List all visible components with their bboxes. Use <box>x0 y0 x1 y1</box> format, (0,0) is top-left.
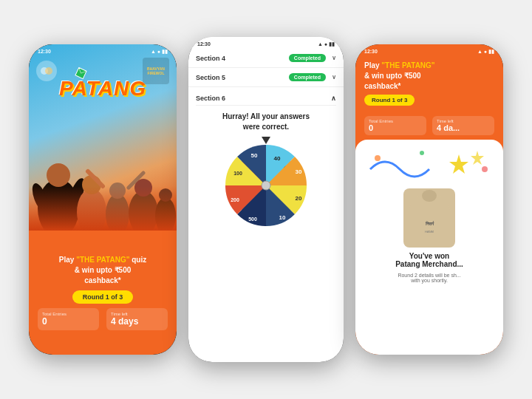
svg-marker-39 <box>407 196 451 244</box>
you-won-title: You've wonPatang Merchand... <box>395 252 463 268</box>
svg-text:20: 20 <box>296 195 302 202</box>
phone1-icons: ▲ ● ▮▮ <box>151 49 168 55</box>
section5-right: Completed ∨ <box>289 73 336 81</box>
section5-label: Section 5 <box>196 74 225 81</box>
phone1-time: 12:30 <box>38 49 51 55</box>
phone3-icons: ▲ ● ▮▮ <box>477 49 494 55</box>
phone2-inner: 12:30 ▲ ● ▮▮ Section 4 Completed ∨ Secti… <box>188 37 344 362</box>
wheel-pointer-icon <box>262 137 270 144</box>
phone3-stat-entries: Total Entries 0 <box>364 116 426 135</box>
svg-text:40: 40 <box>274 155 281 162</box>
stat-time-label: Time left <box>111 312 163 316</box>
phone-3: 12:30 ▲ ● ▮▮ Play "THE PATANG" & win upt… <box>355 44 503 355</box>
stat-total-label: Total Entries <box>42 312 95 316</box>
phone2-time: 12:30 <box>197 41 211 47</box>
spin-wheel-overlay: 40 30 20 10 500 200 100 50 <box>222 141 310 230</box>
phone3-stats: Total Entries 0 Time left 4 da... <box>355 112 503 140</box>
phone3-content: निसर्ग HANM You've wonPatang Merchand...… <box>355 140 503 355</box>
section6-chevron: ∧ <box>331 95 336 102</box>
section5-row[interactable]: Section 5 Completed ∨ <box>188 68 344 87</box>
phone1-stats: Total Entries 0 Time left 4 days <box>38 308 168 330</box>
svg-point-38 <box>482 166 488 172</box>
phone3-time-label: Time left <box>437 119 490 123</box>
section6-area: Section 6 ∧ Hurray! All your answerswere… <box>188 87 344 362</box>
svg-text:30: 30 <box>296 168 302 175</box>
svg-text:100: 100 <box>233 171 242 176</box>
svg-point-40 <box>422 190 437 202</box>
phone-1: 12:30 ▲ ● ▮▮ BHAVYANFIREWOL <box>29 44 177 355</box>
phone3-inner: 12:30 ▲ ● ▮▮ Play "THE PATANG" & win upt… <box>355 44 503 355</box>
section4-right: Completed ∨ <box>289 54 336 62</box>
stat-total-value: 0 <box>42 316 95 327</box>
section4-completed-badge: Completed <box>289 54 326 62</box>
phone3-title: Play "THE PATANG" & win upto ₹500 cashba… <box>364 61 494 92</box>
phone2-status-bar: 12:30 ▲ ● ▮▮ <box>188 37 344 49</box>
phone3-time: 12:30 <box>364 49 378 55</box>
section4-row[interactable]: Section 4 Completed ∨ <box>188 49 344 68</box>
phone3-stat-time: Time left 4 da... <box>432 116 494 135</box>
patang-title: PATANG <box>59 77 146 100</box>
section4-label: Section 4 <box>196 55 225 62</box>
svg-point-37 <box>420 151 424 155</box>
svg-point-6 <box>47 163 70 187</box>
phone1-bottom: Play "THE PATANG" quiz & win upto ₹500 c… <box>29 231 177 355</box>
section6-header[interactable]: Section 6 ∧ <box>196 95 336 106</box>
phone1-status-bar: 12:30 ▲ ● ▮▮ <box>38 49 168 55</box>
hurray-message: Hurray! All your answerswere correct. <box>222 112 310 132</box>
section5-chevron: ∨ <box>332 74 336 81</box>
svg-point-36 <box>375 155 381 161</box>
merchandise-tshirt: निसर्ग HANM <box>403 188 455 248</box>
svg-text:10: 10 <box>279 214 286 221</box>
svg-point-1 <box>45 67 52 75</box>
confetti-area <box>363 147 496 184</box>
phone-2: 12:30 ▲ ● ▮▮ Section 4 Completed ∨ Secti… <box>188 37 344 362</box>
logo-right-icon: BHAVYANFIREWOL <box>143 58 169 84</box>
svg-marker-34 <box>449 154 468 174</box>
stat-total-entries: Total Entries 0 <box>38 308 99 330</box>
tshirt-svg: निसर्ग HANM <box>403 188 455 248</box>
svg-text:HANM: HANM <box>425 230 434 233</box>
phone3-entries-label: Total Entries <box>369 119 422 123</box>
section5-completed-badge: Completed <box>289 73 326 81</box>
svg-text:निसर्ग: निसर्ग <box>425 221 434 226</box>
section4-chevron: ∨ <box>332 55 336 61</box>
svg-marker-35 <box>471 151 484 165</box>
phone1-round-badge[interactable]: Round 1 of 3 <box>72 290 134 304</box>
round-details-note: Round 2 details will be sh...with you sh… <box>398 273 460 283</box>
confetti-svg <box>363 147 496 184</box>
phone3-time-value: 4 da... <box>437 123 490 132</box>
svg-text:50: 50 <box>251 152 258 159</box>
phone3-status-bar: 12:30 ▲ ● ▮▮ <box>355 44 503 56</box>
phone3-round-badge[interactable]: Round 1 of 3 <box>364 95 415 106</box>
phone1-tagline: Play "THE PATANG" quiz & win upto ₹500 c… <box>59 255 146 286</box>
svg-text:500: 500 <box>248 216 257 222</box>
svg-point-25 <box>262 181 270 190</box>
stat-time-left: Time left 4 days <box>106 308 168 330</box>
phone3-entries-value: 0 <box>369 123 422 132</box>
phone3-header: Play "THE PATANG" & win upto ₹500 cashba… <box>355 56 503 112</box>
spin-wheel-container[interactable]: 40 30 20 10 500 200 <box>222 141 310 230</box>
svg-text:200: 200 <box>231 197 239 202</box>
phone1-hero: 12:30 ▲ ● ▮▮ BHAVYANFIREWOL <box>29 44 177 231</box>
crowd-area <box>29 134 177 231</box>
phone2-icons: ▲ ● ▮▮ <box>318 41 335 47</box>
stat-time-value: 4 days <box>111 316 163 327</box>
logo-left-icon <box>36 61 57 81</box>
section6-label: Section 6 <box>196 95 225 102</box>
